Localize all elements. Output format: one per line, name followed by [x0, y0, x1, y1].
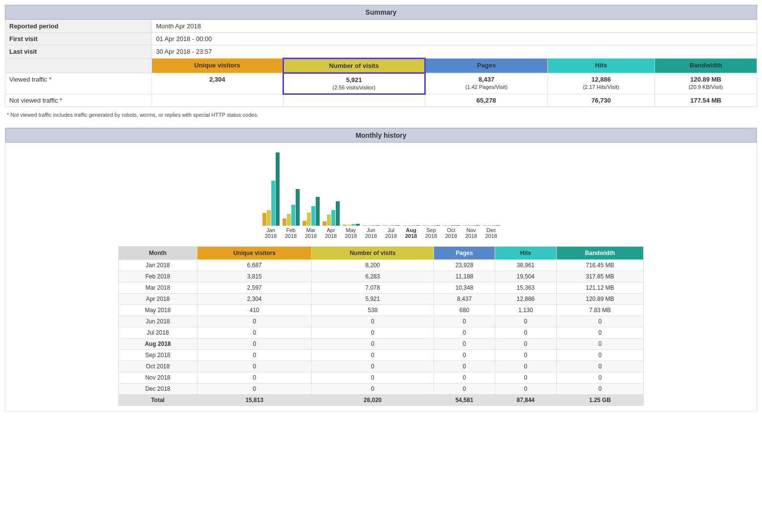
- th-unique: Unique visitors: [197, 247, 312, 260]
- table-cell: 38,961: [495, 260, 556, 271]
- table-cell: 0: [434, 383, 495, 395]
- chart-bar: [376, 225, 380, 226]
- chart-bar: [291, 205, 295, 226]
- table-cell: Jul 2018: [118, 327, 197, 339]
- table-cell: Jun 2018: [118, 316, 197, 327]
- not-viewed-hits: 76,730: [547, 94, 654, 107]
- table-cell: 0: [556, 339, 644, 350]
- chart-bar: [283, 218, 286, 226]
- chart-bar: [371, 225, 375, 226]
- chart-area: Jan2018Feb2018Mar2018Apr2018May2018Jun20…: [5, 143, 757, 241]
- chart-month-label: May2018: [345, 227, 357, 239]
- th-month: Month: [118, 247, 197, 260]
- monthly-data-table: Month Unique visitors Number of visits P…: [118, 246, 644, 406]
- table-cell: Oct 2018: [118, 361, 197, 372]
- chart-bar: [496, 225, 500, 226]
- th-visits: Number of visits: [312, 247, 434, 260]
- summary-table: Reported period Month Apr 2018 First vis…: [5, 20, 757, 107]
- chart-month-label: Sep2018: [425, 227, 437, 239]
- reported-period-row: Reported period Month Apr 2018: [5, 20, 757, 33]
- table-cell: 0: [312, 339, 434, 350]
- th-hits: Hits: [495, 247, 556, 260]
- chart-bar: [403, 225, 407, 226]
- reported-period-value: Month Apr 2018: [152, 20, 757, 33]
- chart-month-label: Mar2018: [305, 227, 317, 239]
- chart-bar: [436, 225, 440, 226]
- monthly-section: Monthly history Jan2018Feb2018Mar2018Apr…: [5, 128, 757, 411]
- table-cell: 54,581: [434, 395, 495, 406]
- table-cell: 7.83 MB: [556, 305, 644, 316]
- last-visit-value: 30 Apr 2018 - 23:57: [152, 45, 757, 59]
- chart-month-group: Jul2018: [383, 225, 400, 239]
- chart-bar: [262, 213, 266, 226]
- table-cell: 0: [495, 339, 556, 350]
- chart-bar: [476, 225, 480, 226]
- chart-bar: [343, 225, 347, 226]
- table-cell: 15,363: [495, 282, 556, 294]
- table-row: May 20184105386801,1307.83 MB: [118, 305, 644, 316]
- not-viewed-bandwidth: 177.54 MB: [654, 94, 757, 107]
- table-cell: 0: [197, 383, 312, 395]
- table-cell: 0: [495, 383, 556, 395]
- table-cell: 538: [312, 305, 434, 316]
- table-row: Apr 20182,3045,9218,43712,886120.89 MB: [118, 294, 644, 305]
- col-pages-header: Pages: [425, 59, 547, 73]
- chart-month-group: Jan2018: [262, 152, 280, 239]
- chart-bar: [276, 152, 280, 226]
- table-cell: 0: [312, 327, 434, 339]
- table-cell: 2,304: [197, 294, 312, 305]
- not-viewed-visits: [283, 94, 425, 107]
- chart-bar: [336, 201, 340, 226]
- monthly-rows: Jan 20186,6878,20023,92838,961716.45 MBF…: [118, 260, 644, 406]
- table-cell: 0: [495, 350, 556, 361]
- table-cell: 0: [434, 327, 495, 339]
- table-cell: 0: [434, 361, 495, 372]
- monthly-col-headers: Month Unique visitors Number of visits P…: [118, 247, 644, 260]
- table-cell: Total: [118, 395, 197, 406]
- table-cell: 10,348: [434, 282, 495, 294]
- chart-bar: [327, 214, 331, 226]
- viewed-unique: 2,304: [152, 73, 283, 94]
- first-visit-row: First visit 01 Apr 2018 - 00:00: [5, 33, 757, 45]
- chart-bar: [416, 225, 420, 226]
- chart-bar: [427, 225, 431, 226]
- chart-bar: [307, 213, 311, 226]
- table-row: Oct 201800000: [118, 361, 644, 372]
- viewed-bandwidth: 120.89 MB (20.9 KB/Visit): [654, 73, 757, 94]
- table-cell: 15,813: [197, 395, 312, 406]
- table-cell: Dec 2018: [118, 383, 197, 395]
- table-cell: 0: [197, 339, 312, 350]
- table-row: Total15,81328,02054,58187,8441.25 GB: [118, 395, 644, 406]
- table-cell: 0: [495, 327, 556, 339]
- table-cell: Mar 2018: [118, 282, 197, 294]
- chart-month-label: Nov2018: [465, 227, 477, 239]
- chart-bar: [363, 225, 367, 226]
- table-cell: 0: [556, 361, 644, 372]
- table-cell: 0: [434, 316, 495, 327]
- table-row: Dec 201800000: [118, 383, 644, 395]
- table-cell: 0: [197, 316, 312, 327]
- chart-month-label: Jul2018: [385, 227, 397, 239]
- viewed-traffic-row: Viewed traffic * 2,304 5,921 (2.56 visit…: [5, 73, 757, 94]
- chart-month-group: May2018: [343, 224, 360, 239]
- table-cell: 1.25 GB: [556, 395, 644, 406]
- chart-bar: [271, 181, 275, 226]
- table-cell: 0: [434, 372, 495, 383]
- chart-bar: [472, 225, 476, 226]
- chart-bar: [311, 206, 315, 226]
- table-row: Nov 201800000: [118, 372, 644, 383]
- chart-bar: [456, 225, 460, 226]
- table-cell: 0: [495, 361, 556, 372]
- chart-bar: [483, 225, 487, 226]
- viewed-hits: 12,886 (2.17 Hits/Visit): [547, 73, 654, 94]
- last-visit-label: Last visit: [5, 45, 152, 59]
- chart-bar: [383, 225, 387, 226]
- table-cell: 120.89 MB: [556, 294, 644, 305]
- table-cell: 716.45 MB: [556, 260, 644, 271]
- chart-bar: [492, 225, 496, 226]
- table-cell: 23,928: [434, 260, 495, 271]
- chart-month-group: Oct2018: [443, 225, 460, 239]
- col-bandwidth-header: Bandwidth: [654, 59, 757, 73]
- table-cell: 0: [312, 383, 434, 395]
- col-headers-row: Unique visitors Number of visits Pages H…: [5, 59, 757, 73]
